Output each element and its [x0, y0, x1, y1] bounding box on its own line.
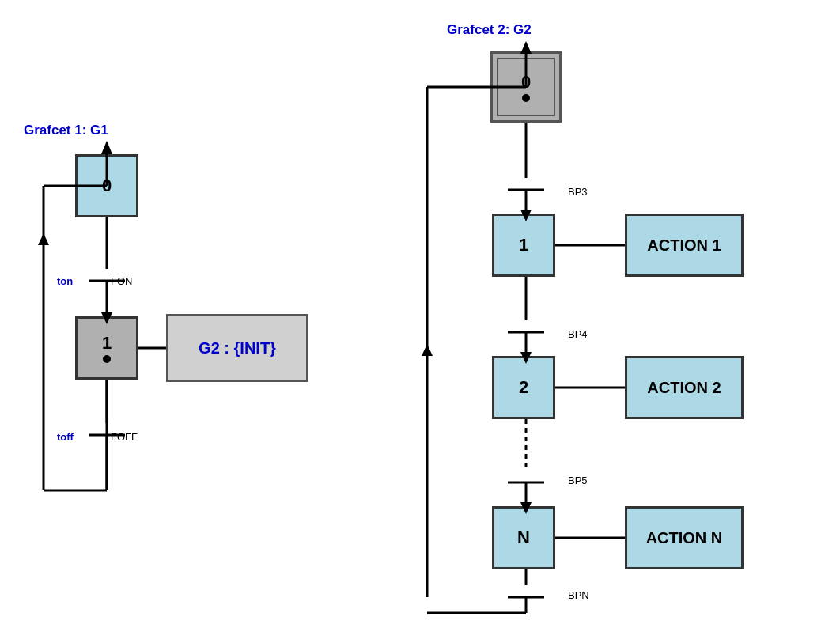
g2-step1: 1: [492, 214, 555, 277]
g2-step0: 0: [490, 51, 562, 123]
g2-action1-label: ACTION 1: [647, 236, 721, 255]
g1-step0-label: 0: [102, 176, 112, 196]
g2-step2: 2: [492, 356, 555, 419]
g2-bp3-label: BP3: [568, 186, 588, 198]
g1-foff-label: FOFF: [111, 431, 138, 443]
g1-step1-dot: [103, 355, 111, 363]
g2-stepN-label: N: [517, 527, 530, 548]
g1-ton-label: ton: [57, 275, 73, 287]
g2-action1-box: ACTION 1: [625, 214, 744, 277]
g2-title: Grafcet 2: G2: [447, 22, 532, 38]
svg-marker-38: [422, 344, 433, 356]
g2-step1-label: 1: [519, 235, 528, 255]
g2-step0-label: 0: [521, 72, 531, 93]
diagram-container: Grafcet 1: G1 0 1 G2 : {INIT} ton FON to…: [0, 0, 840, 639]
g2-bp5-label: BP5: [568, 475, 588, 486]
g1-fon-label: FON: [111, 275, 132, 287]
g2-action2-label: ACTION 2: [647, 379, 721, 397]
g1-step0: 0: [75, 154, 138, 217]
g1-action-box: G2 : {INIT}: [166, 314, 308, 382]
g1-action-label: G2 : {INIT}: [199, 339, 276, 357]
g2-actionN-label: ACTION N: [646, 529, 723, 547]
g1-title: Grafcet 1: G1: [24, 123, 108, 138]
g2-bp4-label: BP4: [568, 328, 588, 340]
g1-step1: 1: [75, 316, 138, 380]
g2-action2-box: ACTION 2: [625, 356, 744, 419]
g2-step0-dot: [522, 94, 530, 102]
g1-step1-label: 1: [102, 333, 112, 354]
svg-marker-6: [38, 233, 49, 245]
g2-actionN-box: ACTION N: [625, 506, 744, 569]
svg-marker-3: [101, 141, 112, 154]
g2-bpn-label: BPN: [568, 589, 589, 601]
g1-toff-label: toff: [57, 431, 74, 443]
g2-step2-label: 2: [519, 377, 528, 398]
g2-stepN: N: [492, 506, 555, 569]
